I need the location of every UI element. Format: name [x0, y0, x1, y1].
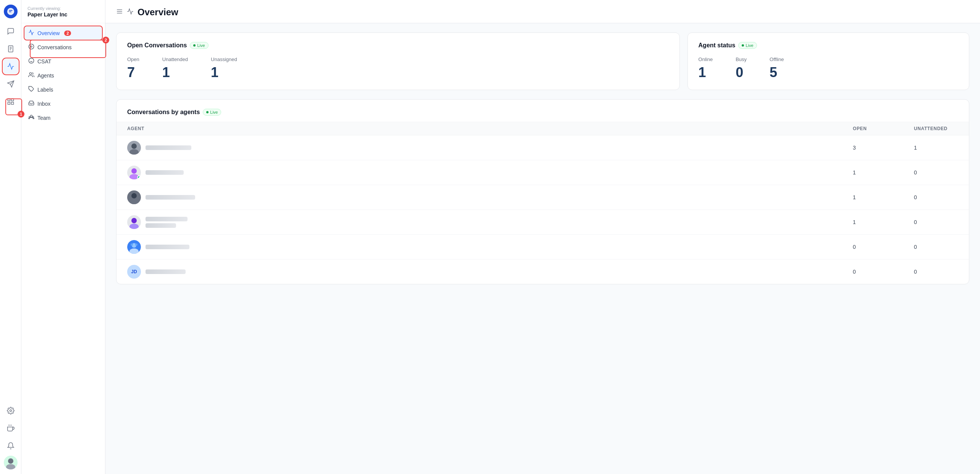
agent-status-stats: Online 1 Busy 0 Offline 5 [699, 56, 958, 81]
table-header-row: AGENT OPEN UNATTENDED [116, 122, 969, 135]
svg-point-35 [129, 224, 139, 229]
agent-cell-4 [116, 210, 847, 235]
stat-open: Open 7 [127, 56, 139, 81]
conversations-by-agents-live-label: Live [210, 110, 218, 114]
agent-name-blurred-3 [146, 195, 195, 200]
open-conversations-live-label: Live [197, 43, 205, 48]
agent-avatar-4 [127, 215, 141, 229]
chart-icon [127, 8, 134, 16]
conversations-by-agents-header: Conversations by agents Live [116, 109, 969, 122]
svg-point-22 [30, 115, 32, 117]
svg-rect-7 [11, 102, 13, 105]
conversations-by-agents-live-badge: Live [203, 109, 221, 116]
svg-point-20 [29, 73, 31, 74]
svg-point-15 [29, 44, 34, 49]
agent-cell-1 [116, 135, 847, 160]
rail-icon-reports2[interactable] [3, 94, 18, 109]
rail-icon-contacts[interactable] [3, 41, 18, 56]
col-header-unattended: UNATTENDED [908, 122, 969, 135]
unattended-count-3: 0 [908, 185, 969, 210]
unattended-count-6: 0 [908, 260, 969, 284]
svg-point-38 [131, 243, 133, 246]
nav-overview-label: Overview [37, 30, 60, 36]
agent-status-live-badge: Live [738, 42, 757, 49]
table-row: 3 1 [116, 135, 969, 160]
menu-icon[interactable] [116, 8, 123, 16]
agent-avatar-1 [127, 141, 141, 155]
agent-cell-inner-1 [127, 141, 841, 155]
svg-point-17 [29, 58, 34, 63]
rail-icon-help[interactable] [3, 421, 18, 436]
stat-unassigned: Unassigned 1 [211, 56, 237, 81]
svg-rect-5 [8, 99, 10, 101]
rail-icon-reports[interactable] [3, 59, 18, 74]
table-row: JD 0 0 [116, 260, 969, 284]
stat-online-value: 1 [699, 64, 713, 81]
app-logo[interactable] [4, 5, 18, 18]
svg-point-29 [129, 149, 139, 155]
table-row: 1 0 [116, 185, 969, 210]
nav-item-csat[interactable]: CSAT [24, 55, 102, 68]
main-content: Overview Open Conversations Live Open 7 [105, 0, 980, 474]
stat-unattended-value: 1 [162, 64, 188, 81]
svg-point-28 [131, 143, 137, 149]
cards-row: Open Conversations Live Open 7 Unattende… [116, 32, 969, 90]
agent-cell-inner-4 [127, 215, 841, 229]
stat-unassigned-label: Unassigned [211, 56, 237, 62]
nav-team-label: Team [37, 115, 50, 121]
col-header-agent: AGENT [116, 122, 847, 135]
stat-busy-value: 0 [736, 64, 747, 81]
team-icon [28, 114, 34, 121]
overview-badge: 2 [64, 31, 71, 36]
name-blur-5 [146, 245, 189, 249]
sidebar: Currently viewing: Paper Layer Inc Overv… [21, 0, 105, 474]
agent-avatar-3 [127, 190, 141, 204]
conversations-icon [28, 44, 34, 51]
rail-icon-settings[interactable] [3, 403, 18, 418]
table-row: 0 0 [116, 235, 969, 260]
rail-icon-chat[interactable] [3, 24, 18, 39]
stat-online: Online 1 [699, 56, 713, 81]
open-count-2: 1 [847, 160, 908, 185]
nav-item-labels[interactable]: Labels [24, 83, 102, 96]
user-avatar-rail[interactable] [4, 456, 18, 469]
agent-cell-3 [116, 185, 847, 210]
nav-item-agents[interactable]: Agents [24, 69, 102, 82]
rail-icon-campaigns[interactable] [3, 76, 18, 92]
agent-avatar-5 [127, 240, 141, 254]
svg-point-16 [31, 46, 32, 47]
open-conversations-live-badge: Live [190, 42, 208, 49]
svg-point-33 [129, 199, 139, 204]
svg-point-32 [131, 193, 137, 198]
nav-item-conversations[interactable]: Conversations [24, 40, 102, 54]
rail-icon-notifications[interactable] [3, 438, 18, 453]
svg-rect-1 [8, 46, 13, 52]
sidebar-nav: Overview 2 Conversations CSAT Agents [21, 23, 105, 128]
svg-point-30 [131, 168, 137, 174]
inbox-icon [28, 100, 34, 107]
online-indicator-2 [137, 176, 141, 179]
open-conversations-card: Open Conversations Live Open 7 Unattende… [116, 32, 680, 90]
nav-item-team[interactable]: Team [24, 111, 102, 124]
nav-agents-label: Agents [37, 73, 54, 79]
agent-name-blurred-4 [146, 217, 188, 228]
csat-icon [28, 58, 34, 65]
agent-status-card: Agent status Live Online 1 Busy 0 [687, 32, 969, 90]
stat-busy: Busy 0 [736, 56, 747, 81]
nav-item-overview[interactable]: Overview 2 [24, 26, 102, 40]
agent-cell-inner-2 [127, 166, 841, 179]
nav-csat-label: CSAT [37, 58, 51, 64]
nav-item-inbox[interactable]: Inbox [24, 97, 102, 110]
labels-icon [28, 86, 34, 93]
col-header-open: OPEN [847, 122, 908, 135]
svg-point-24 [32, 116, 34, 118]
stat-busy-label: Busy [736, 56, 747, 62]
open-count-6: 0 [847, 260, 908, 284]
svg-rect-8 [8, 102, 10, 105]
stat-unattended-label: Unattended [162, 56, 188, 62]
icon-rail [0, 0, 21, 474]
unattended-count-1: 1 [908, 135, 969, 160]
agent-cell-5 [116, 235, 847, 260]
agent-name-blurred-2 [146, 170, 184, 175]
open-count-1: 3 [847, 135, 908, 160]
